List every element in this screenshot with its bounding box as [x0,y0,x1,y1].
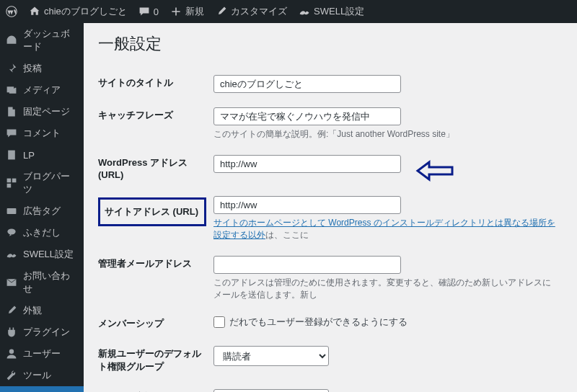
swell-label: SWELL設定 [314,5,364,18]
svg-point-6 [7,228,15,234]
svg-point-8 [9,349,14,354]
admin-email-input[interactable] [213,256,401,274]
sidebar-label: 投稿 [23,62,42,75]
comment-icon [6,128,17,139]
settings-form-table: サイトのタイトル キャッチフレーズ このサイトの簡単な説明。例:「Just an… [98,68,563,392]
site-lang-select[interactable]: 日本語 [213,389,329,392]
sidebar-item-lp[interactable]: LP [0,144,84,166]
membership-checkbox-text: だれでもユーザー登録ができるようにする [229,316,408,329]
site-lang-label: サイトの言語 [98,382,213,392]
customize-link[interactable]: カスタマイズ [210,0,293,23]
comments-count: 0 [154,6,159,17]
sidebar-label: ツール [23,369,51,382]
pin-icon [6,63,17,74]
membership-label: メンバーシップ [98,308,213,339]
balloon-icon [6,227,17,239]
user-icon [6,348,17,360]
sidebar-label: コメント [23,127,61,140]
sidebar-label: プラグイン [23,326,70,339]
page-title: 一般設定 [98,33,563,55]
sidebar-item-contact[interactable]: お問い合わせ [0,265,84,300]
site-name-text: chieのブログしごと [44,5,127,18]
new-label: 新規 [185,5,204,18]
sidebar-label: SWELL設定 [23,248,74,261]
wp-logo[interactable] [0,0,23,23]
blogname-input[interactable] [213,75,401,93]
sidebar-item-swell[interactable]: SWELL設定 [0,244,84,265]
site-name-link[interactable]: chieのブログしごと [23,0,133,23]
siteurl-label: サイトアドレス (URL) [98,197,206,226]
wrench-icon [6,370,17,381]
customize-label: カスタマイズ [231,5,287,18]
siteurl-desc-rest: は、ここに [265,230,309,240]
blogname-label: サイトのタイトル [98,68,213,100]
sidebar-item-pages[interactable]: 固定ページ [0,101,84,122]
membership-checkbox[interactable] [213,316,225,328]
svg-rect-4 [7,184,12,188]
sidebar-label: ダッシュボード [23,27,78,53]
sidebar-label: メディア [23,84,61,97]
media-icon [6,84,17,96]
wpurl-input[interactable] [213,155,401,173]
admin-email-label: 管理者メールアドレス [98,249,213,308]
svg-rect-1 [8,151,15,160]
sidebar-item-appearance[interactable]: 外観 [0,300,84,321]
sidebar-label: 外観 [23,304,42,317]
new-content-link[interactable]: 新規 [164,0,210,23]
sidebar-item-comments[interactable]: コメント [0,122,84,144]
annotation-arrow-icon [415,160,454,182]
sidebar-item-tools[interactable]: ツール [0,365,84,386]
parts-icon [6,177,17,189]
sidebar-label: お問い合わせ [23,270,78,295]
sidebar-label: ユーザー [23,347,61,360]
page-icon [6,106,17,117]
sidebar-label: ブログパーツ [23,170,78,196]
plugin-icon [6,326,17,338]
brush-icon [216,6,227,17]
sidebar-label: 固定ページ [23,105,70,118]
settings-main: 一般設定 サイトのタイトル キャッチフレーズ このサイトの簡単な説明。例:「Ju… [84,23,577,392]
sidebar-item-settings[interactable]: 設定 [0,386,84,392]
tagline-input[interactable] [213,107,401,125]
svg-rect-2 [7,179,12,183]
default-role-select[interactable]: 購読者 [213,346,329,366]
ad-icon [6,205,17,217]
admin-sidebar: ダッシュボード 投稿 メディア 固定ページ コメント LP ブログパーツ 広告タ… [0,23,84,392]
dashboard-icon [6,35,17,46]
membership-checkbox-label[interactable]: だれでもユーザー登録ができるようにする [213,316,555,329]
file-icon [6,149,17,161]
sidebar-label: LP [23,150,35,161]
swell-icon [6,249,17,260]
sidebar-item-adtag[interactable]: 広告タグ [0,200,84,222]
comment-icon [138,6,150,17]
sidebar-item-dashboard[interactable]: ダッシュボード [0,23,84,58]
home-icon [29,6,40,17]
comments-link[interactable]: 0 [133,0,164,23]
plus-icon [170,6,182,17]
sidebar-label: 広告タグ [23,205,61,218]
siteurl-description: サイトのホームページとして WordPress のインストールディレクトリとは異… [213,217,555,241]
sidebar-item-balloon[interactable]: ふきだし [0,222,84,244]
swell-link[interactable]: SWELL設定 [293,0,370,23]
mail-icon [6,277,17,288]
swell-icon [299,6,310,17]
wpurl-label: WordPress アドレス (URL) [98,148,213,189]
sidebar-item-blogparts[interactable]: ブログパーツ [0,166,84,200]
svg-rect-5 [7,208,17,214]
svg-rect-3 [12,179,17,183]
sidebar-item-posts[interactable]: 投稿 [0,58,84,79]
admin-toolbar: chieのブログしごと 0 新規 カスタマイズ SWELL設定 [0,0,577,23]
tagline-description: このサイトの簡単な説明。例:「Just another WordPress si… [213,128,555,141]
admin-email-description: このアドレスは管理のために使用されます。変更すると、確認のため新しいアドレスにメ… [213,277,555,301]
sidebar-item-users[interactable]: ユーザー [0,343,84,365]
default-role-label: 新規ユーザーのデフォルト権限グループ [98,339,213,382]
brush-icon [6,305,17,316]
sidebar-item-media[interactable]: メディア [0,79,84,101]
siteurl-input[interactable] [213,196,401,214]
sidebar-label: ふきだし [23,226,61,239]
wordpress-icon [6,6,17,17]
tagline-label: キャッチフレーズ [98,100,213,148]
sidebar-item-plugins[interactable]: プラグイン [0,321,84,343]
